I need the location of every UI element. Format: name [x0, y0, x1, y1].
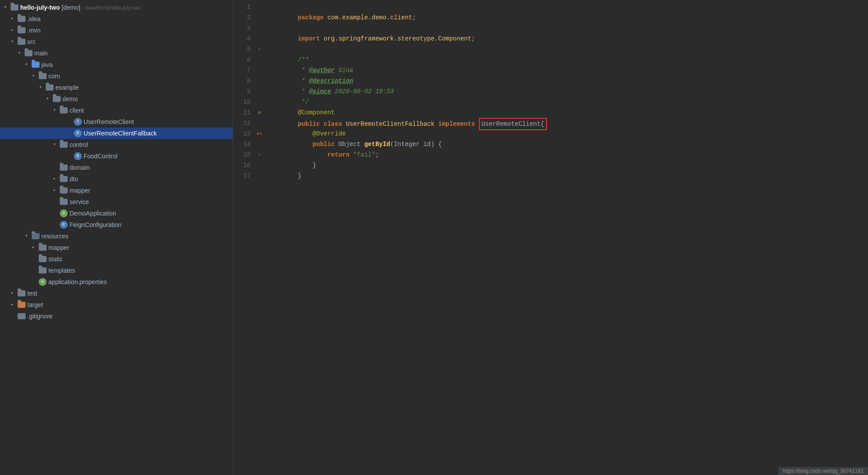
service-folder-icon [60, 199, 68, 205]
resources-mapper-folder-icon [39, 245, 47, 251]
mapper-folder-icon [60, 187, 68, 194]
tree-item-control[interactable]: control [0, 139, 233, 150]
line-numbers: 1 2 3 4 5 6 7 8 9 10 11 12 13 14 15 16 1… [233, 0, 255, 475]
tree-item-UserRemoteClient[interactable]: I UserRemoteClient [0, 116, 233, 128]
java-arrow [23, 61, 30, 68]
tree-item-idea[interactable]: .idea [0, 13, 233, 25]
resources-mapper-arrow [30, 244, 37, 251]
templates-label: templates [48, 267, 75, 274]
com-arrow [30, 73, 37, 80]
com-label: com [48, 73, 60, 80]
code-line-8: * @since 2020-08-02 19:53 [268, 76, 868, 86]
test-arrow [9, 290, 16, 297]
tree-item-FoodControl[interactable]: C FoodControl [0, 150, 233, 162]
target-label: target [27, 301, 43, 308]
mapper-arrow [51, 187, 58, 194]
code-line-13: public Object getById(Integer id) { [268, 128, 868, 139]
tree-item-static[interactable]: static [0, 253, 233, 265]
tree-item-FeignConfiguration[interactable]: C FeignConfiguration [0, 219, 233, 230]
control-folder-icon [60, 142, 68, 148]
gitignore-icon [18, 313, 26, 319]
client-arrow [51, 107, 58, 114]
idea-label: .idea [27, 15, 40, 22]
main-arrow [16, 50, 23, 57]
tree-item-example[interactable]: example [0, 82, 233, 93]
java-label: java [41, 61, 53, 68]
root-arrow [2, 4, 9, 11]
com-folder-icon [39, 73, 47, 79]
tree-item-java[interactable]: java [0, 59, 233, 70]
mvn-label: .mvn [27, 27, 40, 34]
java-folder-icon [32, 62, 40, 68]
src-arrow [9, 38, 16, 45]
dto-folder-icon [60, 176, 68, 182]
resources-label: resources [41, 233, 68, 240]
code-line-16: } [268, 160, 868, 171]
tree-item-gitignore[interactable]: .gitignore [0, 311, 233, 322]
tree-item-DemoApplication[interactable]: ⚙ DemoApplication [0, 208, 233, 219]
mvn-folder-icon [18, 27, 26, 33]
code-line-5: /** [268, 44, 868, 55]
class-icon-fallback: C [74, 129, 82, 137]
gitignore-label: .gitignore [27, 313, 53, 320]
test-folder-icon [18, 290, 26, 296]
code-line-7: * @description [268, 65, 868, 76]
tree-item-application-properties[interactable]: ⚙ application.properties [0, 276, 233, 288]
templates-folder-icon [39, 267, 47, 274]
tree-item-main[interactable]: main [0, 48, 233, 59]
class-icon-food: C [74, 152, 82, 160]
idea-arrow [9, 15, 16, 22]
UserRemoteClient-label: UserRemoteClient [84, 118, 134, 125]
spring-icon: ⚙ [60, 209, 68, 217]
root-label: hello-july-two [demo] ~/newWork/hello-ju… [20, 4, 141, 11]
tree-item-target[interactable]: target [0, 299, 233, 311]
tree-item-service[interactable]: service [0, 196, 233, 208]
src-folder-icon [18, 39, 26, 45]
mvn-arrow [9, 27, 16, 34]
resources-mapper-label: mapper [48, 244, 69, 251]
domain-folder-icon [60, 164, 68, 171]
DemoApplication-label: DemoApplication [69, 210, 116, 217]
tree-item-src[interactable]: src [0, 36, 233, 48]
tree-item-demo[interactable]: demo [0, 93, 233, 105]
tree-item-templates[interactable]: templates [0, 265, 233, 276]
interface-icon: I [74, 118, 82, 126]
app-props-label: application.properties [48, 278, 107, 285]
status-url: https://blog.csdn.net/qq_36741161 [783, 468, 864, 474]
resources-folder-icon [32, 233, 40, 239]
tree-root[interactable]: hello-july-two [demo] ~/newWork/hello-ju… [0, 2, 233, 13]
tree-item-resources-mapper[interactable]: mapper [0, 242, 233, 253]
dto-arrow [51, 175, 58, 183]
domain-label: domain [69, 164, 90, 171]
code-line-17 [268, 171, 868, 181]
tree-item-UserRemoteClientFallback[interactable]: C UserRemoteClientFallback [0, 128, 233, 139]
demo-folder-icon [53, 96, 61, 102]
dto-label: dto [69, 175, 78, 183]
example-folder-icon [46, 84, 54, 91]
target-arrow [9, 301, 16, 308]
code-line-11: public class UserRemoteClientFallback im… [268, 107, 868, 118]
status-bar: https://blog.csdn.net/qq_36741161 [778, 467, 868, 475]
tree-item-domain[interactable]: domain [0, 162, 233, 173]
tree-item-test[interactable]: test [0, 288, 233, 299]
idea-folder-icon [18, 16, 26, 22]
tree-item-resources[interactable]: resources [0, 230, 233, 242]
client-label: client [69, 107, 84, 114]
tree-item-mapper[interactable]: mapper [0, 185, 233, 196]
UserRemoteClientFallback-label: UserRemoteClientFallback [84, 130, 157, 137]
main-label: main [34, 50, 47, 57]
control-label: control [69, 141, 88, 148]
tree-item-dto[interactable]: dto [0, 173, 233, 185]
target-folder-icon [18, 302, 26, 308]
main-folder-icon [25, 50, 33, 56]
test-label: test [27, 290, 37, 297]
resources-arrow [23, 233, 30, 240]
tree-item-mvn[interactable]: .mvn [0, 25, 233, 36]
tree-item-com[interactable]: com [0, 70, 233, 82]
gutter: ▾ ⚙ ●▾ ▾ [255, 0, 264, 475]
tree-item-client[interactable]: client [0, 105, 233, 116]
file-tree[interactable]: hello-july-two [demo] ~/newWork/hello-ju… [0, 0, 233, 475]
code-editor[interactable]: 1 2 3 4 5 6 7 8 9 10 11 12 13 14 15 16 1… [233, 0, 868, 475]
demo-label: demo [62, 95, 78, 102]
code-line-10: @Component [268, 97, 868, 107]
